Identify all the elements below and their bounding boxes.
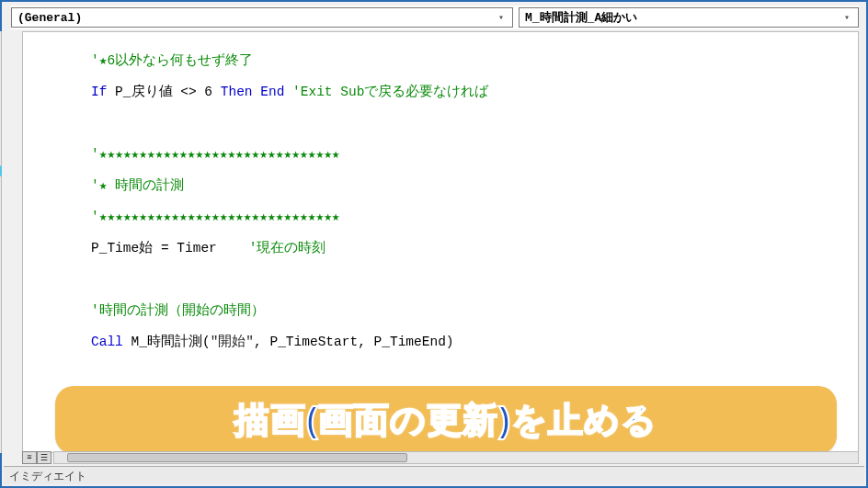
scrollbar-thumb[interactable] (67, 453, 407, 462)
code-kw: Call (91, 335, 123, 349)
code-str: "開始" (211, 335, 254, 349)
code-kw: If (91, 85, 107, 99)
code-comment: '★★★★★★★★★★★★★★★★★★★★★★★★★★★★★★ (91, 147, 340, 162)
chevron-down-icon: ▾ (839, 10, 854, 25)
procedure-dropdown-value: M_時間計測_A細かい (525, 9, 637, 26)
horizontal-scrollbar[interactable] (53, 451, 859, 464)
caption-text: 描画(画面の更新)を止める (234, 397, 657, 444)
code-line: '★6以外なら何もせず終了 (91, 53, 253, 68)
immediate-window-title[interactable]: イミディエイト (4, 466, 864, 484)
code-comment: '★★★★★★★★★★★★★★★★★★★★★★★★★★★★★★ (91, 210, 340, 224)
code-txt: M_時間計測( (123, 335, 211, 349)
code-kw: Then End (221, 85, 292, 99)
full-module-view-button[interactable]: ☰ (37, 451, 51, 464)
margin-gutter[interactable] (0, 31, 2, 453)
procedure-view-button[interactable]: ≡ (22, 451, 37, 464)
code-txt: , P_TimeStart, P_TimeEnd) (254, 335, 454, 349)
code-comment: 'Exit Subで戻る必要なければ (292, 85, 488, 99)
code-comment: '時間の計測（開始の時間） (91, 303, 265, 318)
immediate-label: イミディエイト (9, 471, 86, 483)
code-txt: P_Time始 = Timer (91, 241, 249, 255)
code-txt: P_戻り値 <> 6 (107, 85, 220, 99)
code-comment: '現在の時刻 (249, 241, 326, 255)
code-comment: '★ 時間の計測 (91, 178, 184, 193)
chevron-down-icon: ▾ (494, 10, 508, 25)
view-mode-buttons: ≡ ☰ (22, 451, 51, 464)
bookmark-marker[interactable] (0, 165, 2, 176)
procedure-dropdown[interactable]: M_時間計測_A細かい ▾ (519, 7, 859, 28)
vba-editor-window: (General) ▾ M_時間計測_A細かい ▾ '★6以外なら何もせず終了 … (0, 0, 868, 488)
caption-overlay: 描画(画面の更新)を止める (55, 386, 837, 454)
object-dropdown-value: (General) (17, 11, 82, 25)
object-proc-bar: (General) ▾ M_時間計測_A細かい ▾ (11, 6, 859, 29)
object-dropdown[interactable]: (General) ▾ (11, 7, 513, 28)
